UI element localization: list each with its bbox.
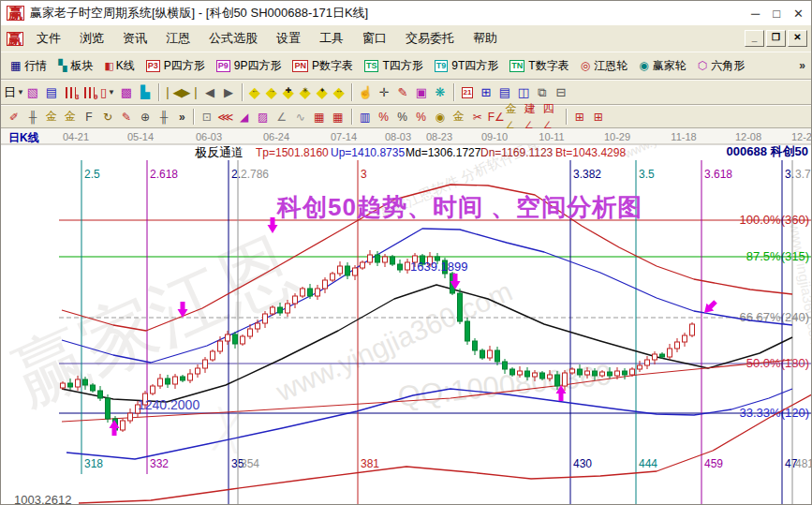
save-icon[interactable]: ◫: [514, 83, 533, 101]
toolbar-button-hexagon[interactable]: ⬡六角形: [692, 57, 750, 75]
gold-grid2-icon[interactable]: 金: [61, 108, 80, 126]
percent-table-icon[interactable]: ▥: [356, 108, 375, 126]
toolbar-button-t-square[interactable]: TST四方形: [359, 57, 429, 75]
trendline-pen-icon[interactable]: ✎: [393, 83, 412, 101]
cut-tool-icon[interactable]: ✂: [468, 108, 487, 126]
next-bar-icon[interactable]: ▶: [219, 83, 238, 101]
maximize-button[interactable]: □: [773, 7, 780, 21]
minimize-button[interactable]: ─: [751, 7, 760, 21]
wave3-icon[interactable]: 3: [61, 83, 80, 101]
gold-section-icon[interactable]: ◉: [431, 108, 450, 126]
candle-up: [331, 274, 335, 280]
percent-fan-icon[interactable]: %: [375, 108, 393, 126]
kline-chart-canvas[interactable]: 赢家江恩www.yingjia360.comQQ:1000800360赢家江恩软…: [1, 128, 812, 505]
diamond-star2-icon[interactable]: ◆✦: [314, 83, 331, 101]
toolbar-label-hexagon: 六角形: [711, 58, 745, 74]
red-grid-b-icon[interactable]: ▦: [329, 108, 347, 126]
time-grid-icon[interactable]: ╫: [23, 108, 42, 126]
diamond-cross-icon[interactable]: ◆✚: [280, 83, 297, 101]
percent-line-icon[interactable]: %: [412, 108, 431, 126]
rails-icon[interactable]: ╫: [155, 108, 173, 126]
gann-shape-icon[interactable]: ▣: [412, 83, 431, 101]
fib-grid-icon[interactable]: F: [80, 108, 98, 126]
pattern-icon[interactable]: ▩: [117, 83, 136, 101]
child-close-button[interactable]: ✕: [788, 30, 807, 47]
toolbar-button-9p-square[interactable]: P99P四方形: [211, 57, 288, 75]
toolbar-more-chevron[interactable]: »: [795, 59, 809, 72]
menu-item-gann[interactable]: 江恩: [156, 26, 199, 51]
menu-item-tools[interactable]: 工具: [310, 26, 353, 51]
toolbar-button-winner-wheel[interactable]: ◉赢家轮: [633, 57, 691, 75]
diamond-star-icon[interactable]: ◆✳: [297, 83, 314, 101]
close-button[interactable]: ✕: [793, 7, 804, 21]
color-bars-icon[interactable]: ▙: [136, 83, 155, 101]
diamond-left-icon[interactable]: ◆←: [246, 83, 263, 101]
menu-item-file[interactable]: 文件: [27, 26, 70, 51]
gold-grid-icon[interactable]: 金: [42, 108, 61, 126]
export-icon[interactable]: ⧉: [533, 83, 552, 101]
toolbar-button-sectors[interactable]: ▚板块: [52, 57, 98, 75]
diamond-right-icon[interactable]: ◆→: [263, 83, 280, 101]
grid-a-icon[interactable]: ⊞: [570, 108, 589, 126]
menu-item-settings[interactable]: 设置: [267, 26, 310, 51]
box-fan2-icon[interactable]: ▨: [254, 108, 273, 126]
cycle-tool-icon[interactable]: ❋: [431, 83, 450, 101]
menu-item-help[interactable]: 帮助: [464, 26, 507, 51]
menu-item-window[interactable]: 窗口: [353, 26, 396, 51]
menu-item-trade[interactable]: 交易委托: [396, 26, 464, 51]
menu-item-formula-stock-pick[interactable]: 公式选股: [199, 26, 267, 51]
red-grid-a-icon[interactable]: ▦: [310, 108, 329, 126]
prev-bar-icon[interactable]: ◀: [200, 83, 219, 101]
gold-angle-icon[interactable]: 金∠: [506, 108, 524, 126]
gann-circle-icon[interactable]: ⊕: [136, 108, 155, 126]
wave9-icon[interactable]: 9: [80, 83, 98, 101]
note-icon[interactable]: ▤: [42, 83, 61, 101]
time-cycle-bar-label: 318: [84, 457, 103, 470]
four-angle-icon[interactable]: 四∠: [543, 108, 562, 126]
menu-logo-icon: 赢: [7, 32, 23, 46]
speed-angle-icon[interactable]: 建∠: [524, 108, 543, 126]
candle-up: [690, 324, 695, 335]
gold-line-icon[interactable]: 金: [450, 108, 468, 126]
first-bar-icon[interactable]: ❘◀: [163, 83, 182, 101]
wave-icon[interactable]: ∿: [291, 108, 310, 126]
print-icon[interactable]: ⊟: [552, 83, 570, 101]
toolbar-button-t-table[interactable]: TNT数字表: [504, 57, 574, 75]
menu-item-news[interactable]: 资讯: [113, 26, 156, 51]
toolbar-button-quotes[interactable]: ▦行情: [5, 57, 52, 75]
drawing-more-chevron[interactable]: »: [175, 111, 189, 124]
toolbar-button-gann-wheel[interactable]: ◎江恩轮: [575, 57, 633, 75]
grid-b-icon[interactable]: ⊞: [589, 108, 608, 126]
brush-icon[interactable]: ✐: [5, 108, 23, 126]
calendar-icon[interactable]: 21: [458, 83, 477, 101]
child-restore-button[interactable]: ❐: [766, 30, 786, 47]
indicator-param-Bt: Bt=1043.4298: [555, 146, 626, 159]
menu-item-browse[interactable]: 浏览: [70, 26, 113, 51]
toolbar-button-9t-square[interactable]: T99T四方形: [429, 57, 505, 75]
chart-area[interactable]: 赢家江恩www.yingjia360.comQQ:1000800360赢家江恩软…: [1, 128, 812, 505]
time-cycle-bar-label: 354: [241, 457, 259, 470]
calculator-icon[interactable]: ⊞: [477, 83, 495, 101]
notepad-icon[interactable]: ▤: [495, 83, 514, 101]
hand-icon[interactable]: ☝: [356, 83, 375, 101]
angle-brush-icon[interactable]: ✎: [117, 108, 136, 126]
toolbar-label-9p-square: 9P四方形: [234, 58, 282, 74]
box-tool-icon[interactable]: ⊡: [198, 108, 216, 126]
angle-line-icon[interactable]: ∠: [273, 108, 291, 126]
fan-lines-icon[interactable]: ⋘: [216, 108, 235, 126]
percent-icon[interactable]: %: [393, 108, 412, 126]
candle-style-dropdown[interactable]: ▯▼: [98, 83, 117, 101]
f-angle-icon[interactable]: F∠: [487, 108, 506, 126]
candle-up: [563, 373, 568, 386]
toolbar-button-p-square[interactable]: P3P四方形: [140, 57, 211, 75]
toolbar-button-p-table[interactable]: PNP数字表: [287, 57, 359, 75]
last-bar-icon[interactable]: ▶❘: [182, 83, 200, 101]
overlay-icon[interactable]: ▧: [23, 83, 42, 101]
period-day-dropdown[interactable]: 日▼: [5, 83, 23, 101]
crosshair-icon[interactable]: ✛: [375, 83, 393, 101]
spiral-icon[interactable]: ↻: [98, 108, 117, 126]
child-minimize-button[interactable]: _: [745, 30, 764, 47]
diamond-both-icon[interactable]: ◆↔: [331, 83, 347, 101]
toolbar-button-kline[interactable]: ▮▯K线: [99, 57, 140, 75]
box-fan-icon[interactable]: ◢: [235, 108, 254, 126]
